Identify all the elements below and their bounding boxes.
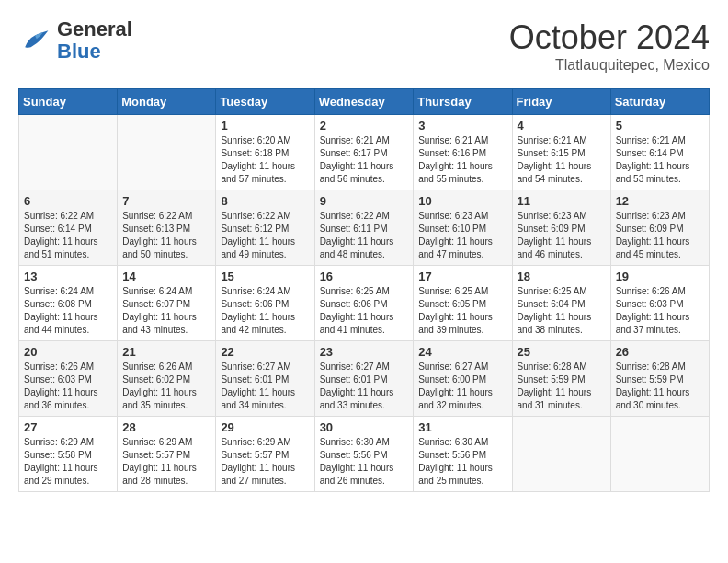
calendar-cell: 19Sunrise: 6:26 AM Sunset: 6:03 PM Dayli… (610, 266, 709, 341)
day-number: 27 (24, 420, 112, 434)
day-number: 8 (221, 194, 309, 208)
calendar-cell: 5Sunrise: 6:21 AM Sunset: 6:14 PM Daylig… (610, 115, 709, 190)
day-info: Sunrise: 6:22 AM Sunset: 6:14 PM Dayligh… (24, 210, 112, 261)
weekday-header-saturday: Saturday (610, 89, 709, 115)
day-info: Sunrise: 6:21 AM Sunset: 6:14 PM Dayligh… (616, 134, 704, 186)
calendar-cell: 23Sunrise: 6:27 AM Sunset: 6:01 PM Dayli… (314, 341, 414, 417)
day-number: 2 (320, 119, 409, 132)
day-info: Sunrise: 6:26 AM Sunset: 6:03 PM Dayligh… (616, 285, 704, 337)
week-row-1: 1Sunrise: 6:20 AM Sunset: 6:18 PM Daylig… (19, 115, 710, 190)
logo: General Blue (18, 18, 132, 63)
day-number: 22 (221, 345, 309, 359)
calendar-cell (118, 115, 216, 190)
day-number: 11 (518, 194, 606, 208)
calendar-cell: 29Sunrise: 6:29 AM Sunset: 5:57 PM Dayli… (216, 417, 314, 492)
day-number: 25 (518, 345, 606, 359)
weekday-header-wednesday: Wednesday (314, 89, 414, 115)
day-info: Sunrise: 6:28 AM Sunset: 5:59 PM Dayligh… (616, 361, 704, 412)
calendar-cell: 8Sunrise: 6:22 AM Sunset: 6:12 PM Daylig… (216, 190, 314, 266)
month-title: October 2024 (509, 18, 710, 57)
day-info: Sunrise: 6:26 AM Sunset: 6:03 PM Dayligh… (24, 361, 112, 412)
calendar-cell: 15Sunrise: 6:24 AM Sunset: 6:06 PM Dayli… (216, 266, 314, 341)
day-number: 7 (122, 194, 210, 208)
calendar-cell: 9Sunrise: 6:22 AM Sunset: 6:11 PM Daylig… (314, 190, 414, 266)
day-info: Sunrise: 6:27 AM Sunset: 6:01 PM Dayligh… (320, 361, 409, 412)
day-number: 3 (418, 119, 506, 132)
day-info: Sunrise: 6:26 AM Sunset: 6:02 PM Dayligh… (122, 361, 210, 412)
calendar-cell: 31Sunrise: 6:30 AM Sunset: 5:56 PM Dayli… (414, 417, 512, 492)
day-number: 17 (418, 270, 506, 283)
calendar-cell: 1Sunrise: 6:20 AM Sunset: 6:18 PM Daylig… (216, 115, 314, 190)
day-number: 26 (616, 345, 704, 359)
day-info: Sunrise: 6:30 AM Sunset: 5:56 PM Dayligh… (418, 436, 506, 488)
week-row-2: 6Sunrise: 6:22 AM Sunset: 6:14 PM Daylig… (19, 190, 710, 266)
day-number: 6 (24, 194, 112, 208)
day-info: Sunrise: 6:22 AM Sunset: 6:12 PM Dayligh… (221, 210, 309, 261)
day-number: 16 (320, 270, 409, 283)
day-number: 15 (221, 270, 309, 283)
day-info: Sunrise: 6:29 AM Sunset: 5:57 PM Dayligh… (221, 436, 309, 488)
day-number: 1 (221, 119, 309, 132)
day-info: Sunrise: 6:24 AM Sunset: 6:08 PM Dayligh… (24, 285, 112, 337)
logo-text: General Blue (57, 18, 132, 63)
calendar-cell: 2Sunrise: 6:21 AM Sunset: 6:17 PM Daylig… (314, 115, 414, 190)
day-info: Sunrise: 6:29 AM Sunset: 5:58 PM Dayligh… (24, 436, 112, 488)
day-number: 24 (418, 345, 506, 359)
calendar-cell: 26Sunrise: 6:28 AM Sunset: 5:59 PM Dayli… (610, 341, 709, 417)
calendar-cell: 30Sunrise: 6:30 AM Sunset: 5:56 PM Dayli… (314, 417, 414, 492)
day-info: Sunrise: 6:20 AM Sunset: 6:18 PM Dayligh… (221, 134, 309, 186)
day-number: 31 (418, 420, 506, 434)
day-info: Sunrise: 6:21 AM Sunset: 6:16 PM Dayligh… (418, 134, 506, 186)
calendar-cell: 11Sunrise: 6:23 AM Sunset: 6:09 PM Dayli… (512, 190, 610, 266)
calendar-cell: 20Sunrise: 6:26 AM Sunset: 6:03 PM Dayli… (19, 341, 118, 417)
day-info: Sunrise: 6:21 AM Sunset: 6:17 PM Dayligh… (320, 134, 409, 186)
calendar-cell: 27Sunrise: 6:29 AM Sunset: 5:58 PM Dayli… (19, 417, 118, 492)
day-number: 28 (122, 420, 210, 434)
calendar-cell: 7Sunrise: 6:22 AM Sunset: 6:13 PM Daylig… (118, 190, 216, 266)
location: Tlatlauquitepec, Mexico (509, 57, 710, 74)
day-number: 13 (24, 270, 112, 283)
day-number: 23 (320, 345, 409, 359)
day-number: 21 (122, 345, 210, 359)
day-number: 29 (221, 420, 309, 434)
day-info: Sunrise: 6:23 AM Sunset: 6:09 PM Dayligh… (518, 210, 606, 261)
day-number: 10 (418, 194, 506, 208)
day-number: 12 (616, 194, 704, 208)
logo-icon (18, 24, 51, 57)
calendar-cell: 6Sunrise: 6:22 AM Sunset: 6:14 PM Daylig… (19, 190, 118, 266)
calendar-cell: 25Sunrise: 6:28 AM Sunset: 5:59 PM Dayli… (512, 341, 610, 417)
calendar-cell: 22Sunrise: 6:27 AM Sunset: 6:01 PM Dayli… (216, 341, 314, 417)
day-number: 19 (616, 270, 704, 283)
calendar-cell: 10Sunrise: 6:23 AM Sunset: 6:10 PM Dayli… (414, 190, 512, 266)
day-info: Sunrise: 6:22 AM Sunset: 6:11 PM Dayligh… (320, 210, 409, 261)
calendar-cell: 14Sunrise: 6:24 AM Sunset: 6:07 PM Dayli… (118, 266, 216, 341)
calendar-cell: 13Sunrise: 6:24 AM Sunset: 6:08 PM Dayli… (19, 266, 118, 341)
day-info: Sunrise: 6:25 AM Sunset: 6:04 PM Dayligh… (518, 285, 606, 337)
calendar-cell: 18Sunrise: 6:25 AM Sunset: 6:04 PM Dayli… (512, 266, 610, 341)
day-number: 9 (320, 194, 409, 208)
weekday-header-monday: Monday (118, 89, 216, 115)
calendar-cell: 21Sunrise: 6:26 AM Sunset: 6:02 PM Dayli… (118, 341, 216, 417)
calendar-cell (512, 417, 610, 492)
day-info: Sunrise: 6:25 AM Sunset: 6:05 PM Dayligh… (418, 285, 506, 337)
calendar-cell: 24Sunrise: 6:27 AM Sunset: 6:00 PM Dayli… (414, 341, 512, 417)
day-number: 5 (616, 119, 704, 132)
weekday-header-row: SundayMondayTuesdayWednesdayThursdayFrid… (19, 89, 710, 115)
day-info: Sunrise: 6:21 AM Sunset: 6:15 PM Dayligh… (518, 134, 606, 186)
day-number: 20 (24, 345, 112, 359)
day-info: Sunrise: 6:25 AM Sunset: 6:06 PM Dayligh… (320, 285, 409, 337)
day-number: 4 (518, 119, 606, 132)
day-info: Sunrise: 6:27 AM Sunset: 6:01 PM Dayligh… (221, 361, 309, 412)
day-info: Sunrise: 6:27 AM Sunset: 6:00 PM Dayligh… (418, 361, 506, 412)
weekday-header-sunday: Sunday (19, 89, 118, 115)
day-number: 18 (518, 270, 606, 283)
day-number: 14 (122, 270, 210, 283)
weekday-header-friday: Friday (512, 89, 610, 115)
week-row-4: 20Sunrise: 6:26 AM Sunset: 6:03 PM Dayli… (19, 341, 710, 417)
title-block: October 2024 Tlatlauquitepec, Mexico (509, 18, 710, 74)
calendar-cell (610, 417, 709, 492)
day-info: Sunrise: 6:22 AM Sunset: 6:13 PM Dayligh… (122, 210, 210, 261)
week-row-3: 13Sunrise: 6:24 AM Sunset: 6:08 PM Dayli… (19, 266, 710, 341)
calendar-cell: 3Sunrise: 6:21 AM Sunset: 6:16 PM Daylig… (414, 115, 512, 190)
page-header: General Blue October 2024 Tlatlauquitepe… (18, 18, 710, 74)
